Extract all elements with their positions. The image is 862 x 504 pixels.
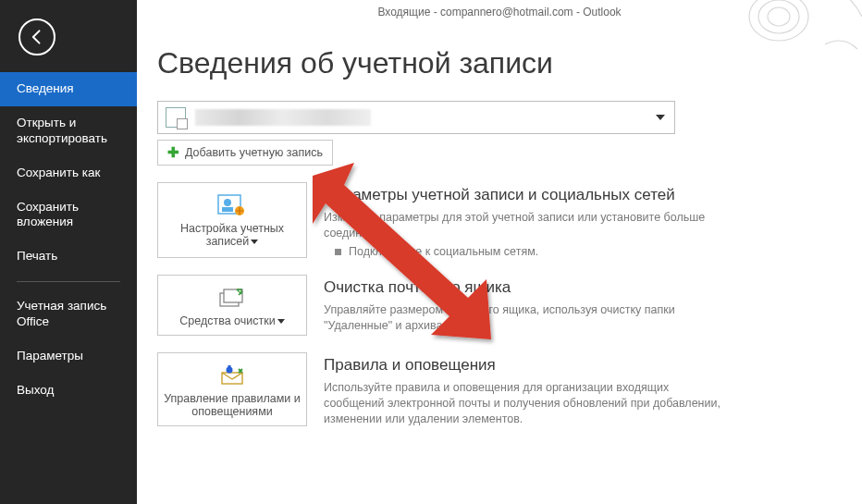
sidebar-item-save-as[interactable]: Сохранить как	[0, 156, 137, 191]
chevron-down-icon	[656, 115, 665, 120]
section-desc: Управляйте размером почтового ящика, исп…	[324, 302, 721, 334]
cleanup-icon	[164, 285, 301, 311]
section-desc: Измените параметры для этой учетной запи…	[324, 210, 721, 241]
section-account-settings: Настройка учетных записей Параметры учет…	[157, 182, 851, 258]
sidebar-item-exit[interactable]: Выход	[0, 374, 137, 408]
tile-label: Средства очистки	[179, 314, 275, 327]
section-heading: Параметры учетной записи и социальных се…	[324, 186, 851, 204]
arrow-left-icon	[28, 28, 46, 46]
tile-rules[interactable]: Управление правилами и оповещениями	[157, 352, 307, 427]
sidebar-item-print[interactable]: Печать	[0, 240, 137, 274]
back-button[interactable]	[18, 18, 55, 55]
section-desc: Используйте правила и оповещения для орг…	[324, 380, 721, 427]
sidebar-item-options[interactable]: Параметры	[0, 339, 137, 374]
section-heading: Правила и оповещения	[324, 356, 851, 375]
page-title: Сведения об учетной записи	[157, 46, 851, 80]
tile-label: Управление правилами и оповещениями	[164, 392, 301, 418]
section-rules: Управление правилами и оповещениями Прав…	[157, 352, 851, 427]
sidebar-divider	[17, 281, 120, 282]
tile-cleanup[interactable]: Средства очистки	[157, 275, 307, 336]
account-icon	[166, 107, 186, 128]
backstage-sidebar: Сведения Открыть и экспортировать Сохран…	[0, 0, 137, 504]
account-selector-dropdown[interactable]	[157, 101, 675, 134]
tile-account-settings[interactable]: Настройка учетных записей	[157, 182, 307, 258]
account-name-redacted	[195, 109, 371, 126]
section-cleanup: Средства очистки Очистка почтового ящика…	[157, 275, 851, 336]
add-account-label: Добавить учетную запись	[185, 146, 323, 159]
svg-point-4	[224, 199, 231, 206]
chevron-down-icon	[277, 319, 285, 324]
section-heading: Очистка почтового ящика	[324, 278, 851, 297]
sidebar-item-open-export[interactable]: Открыть и экспортировать	[0, 106, 137, 156]
sidebar-item-save-attachments[interactable]: Сохранить вложения	[0, 191, 137, 240]
add-account-button[interactable]: ✚ Добавить учетную запись	[157, 140, 333, 166]
content-area: Сведения об учетной записи ✚ Добавить уч…	[157, 46, 851, 426]
plus-icon: ✚	[167, 144, 179, 161]
sidebar-item-office-account[interactable]: Учетная запись Office	[0, 289, 137, 339]
svg-rect-5	[222, 207, 233, 212]
window-title: Входящие - compannero@hotmail.com - Outl…	[137, 6, 862, 18]
account-settings-icon	[164, 192, 301, 218]
tile-label: Настройка учетных записей	[180, 222, 284, 248]
rules-icon	[164, 363, 301, 388]
section-bullet: Подключение к социальным сетям.	[324, 245, 851, 258]
chevron-down-icon	[251, 240, 258, 244]
sidebar-item-info[interactable]: Сведения	[0, 72, 137, 106]
svg-rect-11	[228, 365, 231, 369]
